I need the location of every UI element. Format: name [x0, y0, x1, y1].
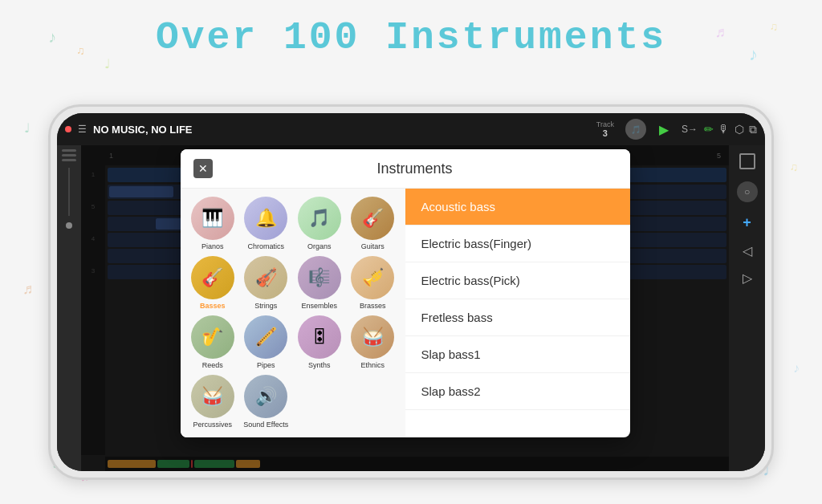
- instrument-circle-pipes: 🪈: [244, 315, 287, 359]
- instrument-circle-organs: 🎵: [298, 197, 341, 240]
- title-area: Over 100 Instruments: [0, 16, 822, 59]
- instrument-circle-ensembles: 🎼: [298, 256, 341, 299]
- list-item-electric-bass-finger[interactable]: Electric bass(Finger): [405, 226, 630, 262]
- instrument-label-ensembles: Ensembles: [301, 302, 337, 311]
- instrument-label-strings: Strings: [254, 302, 277, 311]
- right-panel: ○ + ◁ ▷: [729, 145, 765, 471]
- app-title: NO MUSIC, NO LIFE: [93, 124, 590, 136]
- instrument-circle-strings: 🎻: [244, 256, 287, 299]
- back-button[interactable]: ◁: [743, 243, 752, 258]
- modal-close-button[interactable]: ✕: [193, 159, 213, 178]
- phone-frame: ☰ NO MUSIC, NO LIFE Track 3 🎵 ▶ S→ ✏ 🎙 ⬡…: [48, 104, 774, 480]
- close-icon: ✕: [198, 162, 208, 175]
- instrument-item-brasses[interactable]: 🎺Brasses: [348, 256, 397, 311]
- deco-note-11: ♩: [24, 120, 31, 136]
- list-item-slap-bass1[interactable]: Slap bass1: [405, 336, 630, 373]
- modal-header: ✕ Instruments: [181, 149, 630, 189]
- instrument-item-soundfx[interactable]: 🔊Sound Effects: [242, 375, 291, 429]
- instrument-circle-pianos: 🎹: [191, 197, 234, 240]
- instrument-label-synths: Synths: [308, 361, 331, 370]
- instrument-circle-soundfx: 🔊: [244, 375, 287, 418]
- instrument-list: Acoustic bassElectric bass(Finger)Electr…: [405, 189, 630, 437]
- instrument-circle-synths: 🎛: [298, 315, 341, 359]
- list-item-acoustic-bass[interactable]: Acoustic bass: [405, 189, 630, 226]
- phone-inner: ☰ NO MUSIC, NO LIFE Track 3 🎵 ▶ S→ ✏ 🎙 ⬡…: [57, 113, 765, 471]
- deco-note-13: ♬: [22, 281, 34, 298]
- hamburger-icon[interactable]: ☰: [78, 124, 87, 135]
- instrument-circle-chromatics: 🔔: [244, 197, 287, 240]
- avatar: 🎵: [625, 119, 646, 140]
- list-item-electric-bass-pick[interactable]: Electric bass(Pick): [405, 262, 630, 299]
- sidebar-bar-3: [62, 159, 76, 161]
- page-title: Over 100 Instruments: [0, 16, 822, 59]
- instrument-label-percussives: Percussives: [193, 421, 232, 429]
- instruments-modal: ✕ Instruments 🎹Pianos🔔Chromatics🎵Organs🎸…: [181, 149, 630, 437]
- instrument-label-brasses: Brasses: [360, 302, 386, 311]
- instrument-label-chromatics: Chromatics: [247, 242, 284, 251]
- circle-button[interactable]: ○: [737, 181, 758, 202]
- instrument-item-basses[interactable]: 🎸Basses: [189, 256, 238, 311]
- edit-icon[interactable]: ✏: [704, 123, 714, 136]
- loop-icon[interactable]: S→: [682, 124, 698, 135]
- list-item-fretless-bass[interactable]: Fretless bass: [405, 299, 630, 336]
- add-track-button[interactable]: +: [743, 214, 751, 231]
- stop-button[interactable]: [739, 153, 755, 169]
- instrument-item-ethnics[interactable]: 🥁Ethnics: [348, 315, 397, 370]
- track-area: 1 2 3 5 1 5 4 3: [81, 145, 729, 471]
- instrument-item-reeds[interactable]: 🎷Reeds: [189, 315, 238, 370]
- left-sidebar: [57, 145, 81, 471]
- instrument-item-chromatics[interactable]: 🔔Chromatics: [242, 197, 291, 251]
- modal-overlay: ✕ Instruments 🎹Pianos🔔Chromatics🎵Organs🎸…: [81, 145, 729, 471]
- instrument-label-basses: Basses: [200, 302, 226, 311]
- sidebar-line: [68, 168, 70, 216]
- track-label: Track: [596, 120, 614, 128]
- list-item-slap-bass2[interactable]: Slap bass2: [405, 373, 630, 410]
- instrument-circle-brasses: 🎺: [351, 256, 394, 299]
- instrument-label-pipes: Pipes: [257, 361, 275, 370]
- instrument-label-soundfx: Sound Effects: [243, 421, 288, 429]
- play-button[interactable]: ▶: [659, 122, 669, 137]
- instrument-label-pianos: Pianos: [201, 242, 224, 251]
- instrument-item-percussives[interactable]: 🥁Percussives: [189, 375, 238, 429]
- instrument-item-pianos[interactable]: 🎹Pianos: [189, 197, 238, 251]
- app-header: ☰ NO MUSIC, NO LIFE Track 3 🎵 ▶ S→ ✏ 🎙 ⬡…: [57, 113, 765, 145]
- instrument-label-organs: Organs: [307, 242, 332, 251]
- copy-icon[interactable]: ⧉: [749, 123, 757, 136]
- forward-button[interactable]: ▷: [743, 270, 752, 286]
- instrument-circle-reeds: 🎷: [191, 315, 234, 359]
- deco-note-14: ♪: [793, 361, 800, 376]
- instrument-circle-ethnics: 🥁: [351, 315, 394, 359]
- sidebar-bar-1: [62, 149, 76, 152]
- instrument-circle-basses: 🎸: [191, 256, 234, 299]
- instrument-circle-percussives: 🥁: [191, 375, 234, 418]
- track-number: 3: [596, 128, 614, 138]
- instrument-item-organs[interactable]: 🎵Organs: [295, 197, 344, 251]
- instrument-grid: 🎹Pianos🔔Chromatics🎵Organs🎸Guitars🎸Basses…: [181, 189, 405, 437]
- instrument-label-reeds: Reeds: [202, 361, 223, 370]
- instrument-item-synths[interactable]: 🎛Synths: [295, 315, 344, 370]
- sidebar-bar-2: [62, 154, 76, 156]
- instrument-item-guitars[interactable]: 🎸Guitars: [348, 197, 397, 251]
- modal-body: 🎹Pianos🔔Chromatics🎵Organs🎸Guitars🎸Basses…: [181, 189, 630, 437]
- deco-note-12: ♫: [790, 161, 799, 173]
- instrument-label-ethnics: Ethnics: [360, 361, 385, 370]
- mic-icon[interactable]: 🎙: [718, 123, 730, 136]
- modal-title: Instruments: [213, 161, 617, 177]
- app-content: 1 2 3 5 1 5 4 3: [57, 145, 765, 471]
- header-record-dot: [65, 126, 71, 132]
- instrument-label-guitars: Guitars: [361, 242, 385, 251]
- instrument-item-strings[interactable]: 🎻Strings: [242, 256, 291, 311]
- instrument-circle-guitars: 🎸: [351, 197, 394, 240]
- sidebar-dot: [66, 222, 72, 229]
- instrument-item-ensembles[interactable]: 🎼Ensembles: [295, 256, 344, 311]
- instrument-item-pipes[interactable]: 🪈Pipes: [242, 315, 291, 370]
- stamp-icon[interactable]: ⬡: [735, 123, 744, 136]
